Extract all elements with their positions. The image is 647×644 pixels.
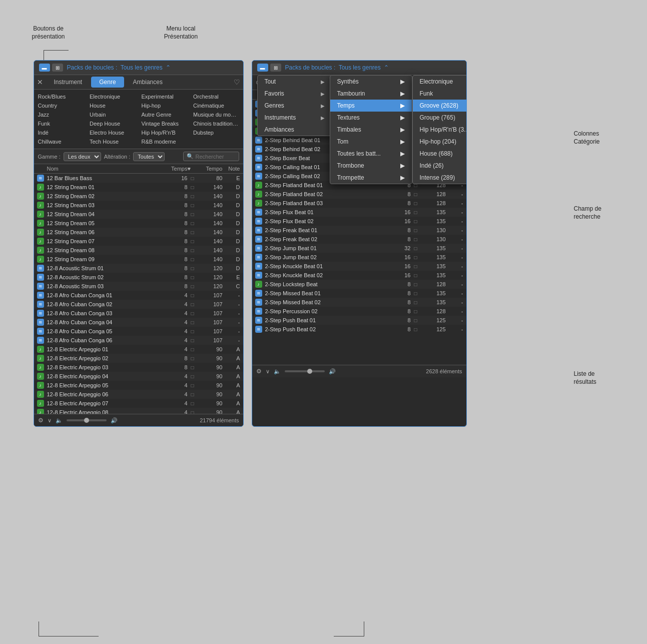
row-heart[interactable]: □ [188, 230, 198, 235]
row-heart[interactable]: □ [411, 264, 421, 269]
row-heart[interactable]: □ [188, 293, 198, 298]
genre-orchestral[interactable]: Orchestral [191, 93, 241, 101]
row-heart[interactable]: □ [188, 338, 198, 343]
genre-rnb-moderne[interactable]: R&B moderne [140, 138, 190, 146]
row-heart[interactable]: □ [188, 401, 198, 406]
row-heart[interactable]: □ [188, 185, 198, 190]
table-row[interactable]: ♪ 2-Step Lockstep Beat 8 □ 128 - [252, 280, 466, 289]
table-row[interactable]: ≋ 12-8 Afro Cuban Conga 04 4 □ 107 - [34, 318, 243, 327]
left-tab-genre[interactable]: Genre [91, 77, 124, 88]
table-row[interactable]: ♪ 12-8 Electric Arpeggio 02 8 □ 90 A [34, 354, 243, 363]
left-heart-btn[interactable]: ♡ [234, 78, 240, 86]
dropdown-item-genres[interactable]: Genres ▶ [258, 100, 332, 112]
submenu-synthes[interactable]: Synthés ▶ [330, 76, 412, 88]
submenu-hiphop[interactable]: Hip-hop (204) [413, 136, 467, 148]
row-heart[interactable]: □ [188, 356, 198, 361]
row-heart[interactable]: □ [411, 246, 421, 251]
table-row[interactable]: ≋ 2-Step Freak Beat 02 8 □ 130 - [252, 235, 466, 244]
row-heart[interactable]: □ [411, 237, 421, 242]
row-heart[interactable]: □ [188, 221, 198, 226]
row-heart[interactable]: □ [411, 255, 421, 260]
table-row[interactable]: ♪ 12-8 Electric Arpeggio 08 4 □ 90 A [34, 408, 243, 414]
genre-rock-blues[interactable]: Rock/Blues [36, 93, 86, 101]
table-row[interactable]: ♪ 12 String Dream 09 8 □ 140 D [34, 255, 243, 264]
dropdown-item-favoris[interactable]: Favoris ▶ [258, 88, 332, 100]
row-heart[interactable]: □ [411, 228, 421, 233]
submenu-groupe[interactable]: Groupe (765) [413, 112, 467, 124]
left-close-btn[interactable]: ✕ [37, 78, 43, 86]
table-row[interactable]: ≋ 2-Step Push Beat 02 8 □ 125 - [252, 325, 466, 334]
row-heart[interactable]: □ [411, 192, 421, 197]
genre-cinematique[interactable]: Cinématique [191, 102, 241, 110]
genre-jazz[interactable]: Jazz [36, 111, 86, 119]
row-heart[interactable]: □ [411, 201, 421, 206]
dropdown-item-tout[interactable]: Tout ▶ [258, 76, 332, 88]
left-chevron-down[interactable]: ∨ [48, 417, 52, 424]
row-heart[interactable]: □ [411, 327, 421, 332]
row-heart[interactable]: □ [188, 329, 198, 334]
genre-funk[interactable]: Funk [36, 120, 86, 128]
table-row[interactable]: ♪ 12 String Dream 03 8 □ 140 D [34, 201, 243, 210]
row-heart[interactable]: □ [188, 203, 198, 208]
genre-deep-house[interactable]: Deep House [88, 120, 138, 128]
table-row[interactable]: ≋ 12-8 Acoustic Strum 03 8 □ 120 C [34, 282, 243, 291]
table-row[interactable]: ≋ 12-8 Acoustic Strum 01 8 □ 120 D [34, 264, 243, 273]
submenu-intense[interactable]: Intense (289) [413, 172, 467, 184]
row-heart[interactable]: □ [188, 374, 198, 379]
table-row[interactable]: ♪ 12-8 Electric Arpeggio 01 4 □ 90 A [34, 345, 243, 354]
table-row[interactable]: ≋ 2-Step Knuckle Beat 01 16 □ 135 - [252, 262, 466, 271]
genre-chillwave[interactable]: Chillwave [36, 138, 86, 146]
genre-country[interactable]: Country [36, 102, 86, 110]
row-heart[interactable]: □ [188, 383, 198, 388]
left-col-nom[interactable]: Nom [47, 166, 165, 172]
row-heart[interactable]: □ [411, 219, 421, 224]
table-row[interactable]: ≋ 2-Step Jump Beat 01 32 □ 135 - [252, 244, 466, 253]
right-view-btn-grid[interactable]: ⊞ [270, 64, 281, 72]
table-row[interactable]: ♪ 12 String Dream 06 8 □ 140 D [34, 228, 243, 237]
row-heart[interactable]: □ [411, 309, 421, 314]
submenu-trombone[interactable]: Trombone ▶ [330, 160, 412, 172]
table-row[interactable]: ♪ 12-8 Electric Arpeggio 03 8 □ 90 A [34, 363, 243, 372]
left-col-temps[interactable]: Temps [165, 166, 188, 172]
submenu-tom[interactable]: Tom ▶ [330, 136, 412, 148]
row-heart[interactable]: □ [188, 410, 198, 414]
left-search-input[interactable] [196, 154, 236, 160]
genre-vintage[interactable]: Vintage Breaks [140, 120, 190, 128]
table-row[interactable]: ≋ 12 Bar Blues Bass 16 □ 80 E [34, 174, 243, 183]
table-row[interactable]: ♪ 12 String Dream 05 8 □ 140 D [34, 219, 243, 228]
left-gear-icon[interactable]: ⚙ [38, 417, 44, 424]
row-heart[interactable]: □ [188, 239, 198, 244]
row-heart[interactable]: □ [411, 273, 421, 278]
row-heart[interactable]: □ [411, 291, 421, 296]
row-heart[interactable]: □ [188, 257, 198, 262]
table-row[interactable]: ♪ 12 String Dream 08 8 □ 140 D [34, 246, 243, 255]
left-gamme-select[interactable]: Les deux [64, 152, 101, 161]
table-row[interactable]: ≋ 2-Step Missed Beat 01 8 □ 135 - [252, 289, 466, 298]
row-heart[interactable]: □ [188, 365, 198, 370]
view-btn-list[interactable]: ▬ [39, 64, 50, 72]
row-heart[interactable]: □ [188, 275, 198, 280]
genre-experimental[interactable]: Experimental [140, 93, 190, 101]
submenu-hiphop-rnb[interactable]: Hip Hop/R'n'B (3...) [413, 124, 467, 136]
row-heart[interactable]: □ [188, 248, 198, 253]
table-row[interactable]: ♪ 2-Step Flatland Beat 03 8 □ 128 - [252, 199, 466, 208]
genre-electro-house[interactable]: Electro House [88, 129, 138, 137]
genre-musique-monde[interactable]: Musique du monde [191, 111, 241, 119]
dropdown-item-instruments[interactable]: Instruments ▶ [258, 112, 332, 124]
submenu-textures[interactable]: Textures ▶ [330, 112, 412, 124]
table-row[interactable]: ≋ 12-8 Afro Cuban Conga 03 4 □ 107 - [34, 309, 243, 318]
row-heart[interactable]: □ [188, 347, 198, 352]
table-row[interactable]: ♪ 12 String Dream 02 8 □ 140 D [34, 192, 243, 201]
submenu-tambourin[interactable]: Tambourin ▶ [330, 88, 412, 100]
table-row[interactable]: ≋ 12-8 Afro Cuban Conga 01 4 □ 107 - [34, 291, 243, 300]
table-row[interactable]: ♪ 12 String Dream 01 8 □ 140 D [34, 183, 243, 192]
submenu-trompette[interactable]: Trompette ▶ [330, 172, 412, 184]
table-row[interactable]: ≋ 12-8 Acoustic Strum 02 8 □ 120 E [34, 273, 243, 282]
left-col-heart[interactable]: ♥ [188, 166, 198, 172]
genre-chinois[interactable]: Chinois traditionnel [191, 120, 241, 128]
left-tab-instrument[interactable]: Instrument [46, 77, 91, 88]
table-row[interactable]: ≋ 12-8 Afro Cuban Conga 06 4 □ 107 - [34, 336, 243, 345]
table-row[interactable]: ≋ 2-Step Flux Beat 02 16 □ 135 - [252, 217, 466, 226]
row-heart[interactable]: □ [411, 210, 421, 215]
submenu-house[interactable]: House (688) [413, 148, 467, 160]
